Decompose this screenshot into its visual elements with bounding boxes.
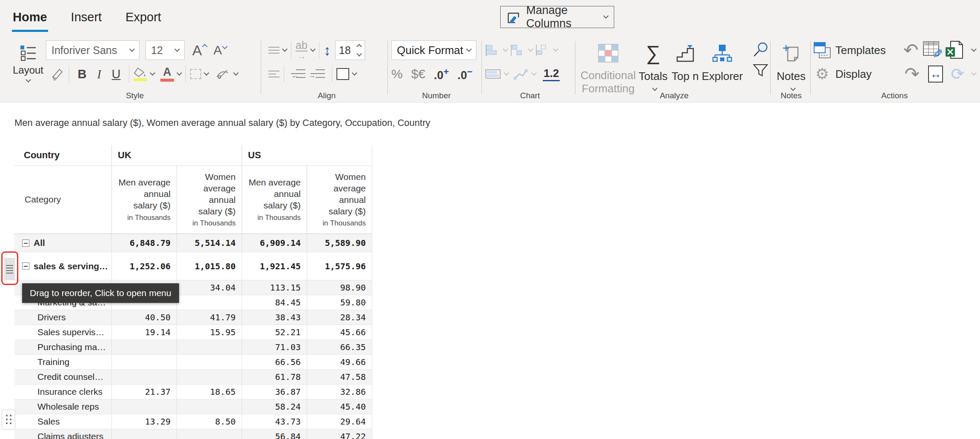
row-label-cell[interactable]: sales & serving… [14, 252, 111, 280]
combo-chart-button[interactable] [535, 44, 558, 57]
value-cell[interactable]: 6,848.79 [111, 234, 177, 252]
data-bars-button[interactable] [485, 68, 508, 80]
quick-format-select[interactable]: Quick Format [391, 40, 476, 60]
value-cell[interactable]: 6,909.14 [242, 234, 307, 252]
number-labels-button[interactable]: 1.2 [543, 67, 560, 81]
bold-button[interactable]: B [74, 67, 91, 81]
value-cell[interactable] [177, 399, 242, 414]
value-cell[interactable] [111, 370, 177, 384]
row-label-cell[interactable]: Drivers [14, 310, 111, 325]
autofit-width-button[interactable]: ↔ [928, 66, 943, 83]
tab-home[interactable]: Home [13, 10, 47, 32]
measure-header-cell[interactable]: Men average annual salary ($) in Thousan… [242, 166, 307, 234]
value-cell[interactable]: 98.90 [307, 280, 372, 295]
row-label-cell[interactable]: Credit counsel… [14, 370, 111, 384]
value-cell[interactable]: 56.84 [242, 429, 307, 439]
value-cell[interactable]: 47.22 [307, 429, 372, 439]
row-label-cell[interactable]: Purchasing ma… [14, 340, 111, 354]
row-label-cell[interactable]: All [14, 234, 111, 252]
redo-button[interactable]: ↷ [902, 65, 922, 83]
value-cell[interactable]: 21.37 [111, 385, 177, 399]
italic-button[interactable]: I [91, 67, 108, 81]
value-cell[interactable]: 1,575.96 [307, 252, 372, 280]
value-cell[interactable]: 8.50 [177, 414, 242, 429]
measure-header-cell[interactable]: Women average annual salary ($) in Thous… [307, 166, 372, 234]
vertical-align-button[interactable] [268, 45, 287, 56]
row-label-cell[interactable]: Sales supervis… [14, 325, 111, 339]
increase-indent-button[interactable]: → [308, 68, 328, 80]
explorer-button[interactable]: Explorer [701, 38, 744, 83]
row-label-cell[interactable]: Claims adjusters [14, 429, 111, 439]
layout-button[interactable]: Layout [10, 38, 46, 86]
value-cell[interactable]: 45.40 [307, 399, 372, 414]
country-header-us[interactable]: US [242, 145, 372, 165]
borders-button[interactable] [190, 69, 208, 79]
currency-button[interactable]: $€ [411, 67, 425, 81]
value-cell[interactable]: 59.80 [307, 295, 372, 310]
value-cell[interactable]: 66.35 [307, 340, 372, 354]
decrease-indent-button[interactable]: ← [288, 68, 308, 80]
font-name-select[interactable]: Inforiver Sans [46, 40, 140, 60]
value-cell[interactable]: 45.66 [307, 325, 372, 339]
row-height-stepper[interactable]: 18 [335, 40, 365, 60]
value-cell[interactable]: 66.56 [242, 355, 307, 369]
font-color-button[interactable]: A [160, 66, 181, 82]
value-cell[interactable] [111, 355, 177, 369]
value-cell[interactable]: 58.24 [242, 399, 307, 414]
edit-grid-button[interactable]: ✎ [923, 41, 941, 60]
merge-cells-button[interactable] [336, 68, 356, 80]
waterfall-chart-button[interactable] [510, 44, 533, 57]
templates-button[interactable]: Templates [813, 42, 899, 59]
refresh-button[interactable]: ⟳ [949, 66, 966, 82]
value-cell[interactable]: 71.03 [242, 340, 307, 354]
value-cell[interactable] [177, 340, 242, 354]
row-dimension-header[interactable]: Category [14, 166, 111, 234]
underline-button[interactable]: U [108, 67, 125, 81]
measure-header-cell[interactable]: Men average annual salary ($) in Thousan… [111, 166, 177, 234]
display-button[interactable]: ⚙ Display [813, 65, 899, 83]
value-cell[interactable]: 19.14 [111, 325, 177, 339]
tab-export[interactable]: Export [125, 10, 161, 32]
decrease-decimal-button[interactable]: .0− [457, 66, 472, 82]
value-cell[interactable]: 49.66 [307, 355, 372, 369]
value-cell[interactable]: 18.65 [177, 385, 242, 399]
value-cell[interactable]: 28.34 [307, 310, 372, 325]
clear-format-button[interactable] [215, 68, 238, 80]
grip-dots-icon[interactable] [2, 409, 15, 430]
value-cell[interactable]: 5,589.90 [307, 234, 372, 252]
value-cell[interactable] [111, 429, 177, 439]
row-label-cell[interactable]: Insurance clerks [14, 385, 111, 399]
export-excel-button[interactable] [944, 40, 966, 60]
stepper-down[interactable] [356, 51, 362, 57]
increase-decimal-button[interactable]: .0+ [434, 66, 449, 82]
corner-header-cell[interactable]: Country [14, 145, 111, 165]
sparkline-button[interactable] [513, 68, 536, 80]
value-cell[interactable]: 61.78 [242, 370, 307, 384]
value-cell[interactable]: 32.86 [307, 385, 372, 399]
value-cell[interactable] [177, 355, 242, 369]
horizontal-align-button[interactable] [268, 68, 279, 80]
top-n-button[interactable]: Top n [669, 38, 701, 83]
value-cell[interactable]: 47.58 [307, 370, 372, 384]
value-cell[interactable]: 113.15 [242, 280, 307, 295]
value-cell[interactable]: 52.21 [242, 325, 307, 339]
value-cell[interactable] [177, 429, 242, 439]
value-cell[interactable]: 1,015.80 [177, 252, 242, 280]
font-size-select[interactable]: 12 [145, 40, 185, 60]
notes-button[interactable]: Notes [772, 38, 810, 90]
value-cell[interactable]: 84.45 [242, 295, 307, 310]
tab-insert[interactable]: Insert [71, 10, 102, 32]
value-cell[interactable] [111, 399, 177, 414]
value-cell[interactable]: 34.04 [177, 280, 242, 295]
row-label-cell[interactable]: Sales [14, 414, 111, 429]
country-header-uk[interactable]: UK [111, 145, 242, 165]
bar-chart-button[interactable] [485, 44, 507, 57]
collapse-icon[interactable] [22, 239, 29, 247]
stepper-up[interactable] [356, 44, 362, 49]
decrease-font-button[interactable]: A [214, 43, 227, 57]
totals-button[interactable]: ∑ Totals [637, 38, 669, 90]
wrap-text-button[interactable]: ab → [296, 40, 315, 60]
collapse-icon[interactable] [22, 262, 29, 270]
row-label-cell[interactable]: Wholesale reps [14, 399, 111, 414]
row-drag-handle-icon[interactable] [4, 258, 15, 280]
